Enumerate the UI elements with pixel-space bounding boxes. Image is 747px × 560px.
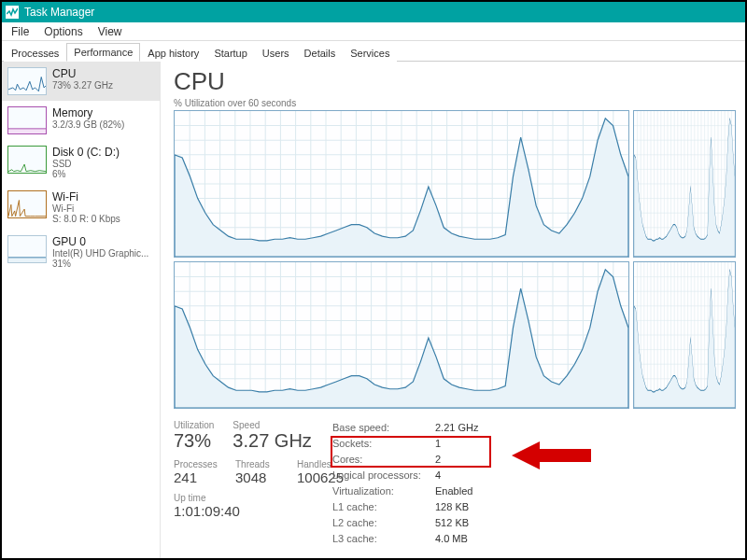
cpu-thumb-icon bbox=[7, 67, 47, 95]
l3-cache-label: L3 cache: bbox=[332, 531, 435, 547]
tab-users[interactable]: Users bbox=[255, 44, 297, 62]
base-speed-value: 2.21 GHz bbox=[435, 420, 478, 436]
sidebar-wifi-sub1: Wi-Fi bbox=[52, 203, 120, 214]
menu-view[interactable]: View bbox=[91, 23, 130, 40]
cores-value: 2 bbox=[435, 452, 441, 468]
utilization-value: 73% bbox=[174, 430, 214, 452]
menu-file[interactable]: File bbox=[4, 23, 36, 40]
speed-label: Speed bbox=[233, 420, 311, 430]
cpu-chart-2[interactable] bbox=[633, 110, 736, 258]
wifi-thumb-icon bbox=[7, 190, 47, 218]
sidebar-cpu-title: CPU bbox=[52, 67, 113, 80]
sidebar-memory-sub: 3.2/3.9 GB (82%) bbox=[52, 119, 124, 130]
uptime-value: 1:01:09:40 bbox=[174, 503, 332, 519]
uptime-label: Up time bbox=[174, 493, 332, 503]
l2-cache-value: 512 KB bbox=[435, 515, 469, 531]
main-area: CPU 73% 3.27 GHz Memory 3.2/3.9 GB (82%)… bbox=[2, 62, 745, 558]
tab-bar: Processes Performance App history Startu… bbox=[2, 41, 745, 62]
content-area: CPU % Utilization over 60 seconds Utiliz… bbox=[161, 62, 745, 558]
sidebar-wifi-title: Wi-Fi bbox=[52, 190, 120, 203]
sidebar-item-memory[interactable]: Memory 3.2/3.9 GB (82%) bbox=[2, 101, 160, 140]
cpu-chart-1[interactable] bbox=[174, 110, 629, 258]
sidebar-item-disk[interactable]: Disk 0 (C: D:) SSD 6% bbox=[2, 140, 160, 185]
logical-processors-label: Logical processors: bbox=[332, 468, 435, 483]
tab-processes[interactable]: Processes bbox=[4, 44, 66, 62]
sidebar-wifi-sub2: S: 8.0 R: 0 Kbps bbox=[52, 214, 120, 224]
utilization-label: Utilization bbox=[174, 420, 214, 430]
menu-bar: File Options View bbox=[2, 22, 745, 41]
svg-rect-0 bbox=[8, 129, 46, 134]
cpu-chart-3[interactable] bbox=[174, 261, 629, 409]
gpu-thumb-icon bbox=[7, 235, 47, 263]
app-icon bbox=[6, 6, 19, 19]
threads-value: 3048 bbox=[235, 469, 282, 485]
tab-startup[interactable]: Startup bbox=[206, 44, 254, 62]
cpu-stats: Utilization 73% Speed 3.27 GHz Processes… bbox=[174, 420, 736, 547]
sidebar-gpu-title: GPU 0 bbox=[52, 235, 148, 248]
virtualization-label: Virtualization: bbox=[332, 483, 435, 499]
sidebar-memory-title: Memory bbox=[52, 106, 124, 119]
cpu-charts bbox=[174, 110, 736, 409]
sidebar-item-gpu[interactable]: GPU 0 Intel(R) UHD Graphic... 31% bbox=[2, 230, 160, 274]
tab-performance[interactable]: Performance bbox=[66, 43, 140, 62]
sidebar-disk-sub2: 6% bbox=[52, 169, 120, 179]
sidebar: CPU 73% 3.27 GHz Memory 3.2/3.9 GB (82%)… bbox=[2, 62, 161, 558]
tab-services[interactable]: Services bbox=[343, 44, 397, 62]
window-title: Task Manager bbox=[24, 6, 94, 19]
sidebar-item-wifi[interactable]: Wi-Fi Wi-Fi S: 8.0 R: 0 Kbps bbox=[2, 185, 160, 230]
memory-thumb-icon bbox=[7, 106, 47, 134]
sidebar-disk-title: Disk 0 (C: D:) bbox=[52, 146, 120, 159]
processes-label: Processes bbox=[174, 459, 220, 469]
l1-cache-value: 128 KB bbox=[435, 499, 469, 515]
sidebar-gpu-sub1: Intel(R) UHD Graphic... bbox=[52, 248, 148, 259]
sidebar-disk-sub1: SSD bbox=[52, 159, 120, 169]
cpu-chart-4[interactable] bbox=[633, 261, 736, 409]
l1-cache-label: L1 cache: bbox=[332, 499, 435, 515]
base-speed-label: Base speed: bbox=[332, 420, 435, 436]
processes-value: 241 bbox=[174, 469, 220, 485]
title-bar: Task Manager bbox=[2, 2, 745, 22]
virtualization-value: Enabled bbox=[435, 483, 472, 499]
svg-rect-2 bbox=[8, 258, 46, 263]
sockets-value: 1 bbox=[435, 436, 441, 452]
chart-caption: % Utilization over 60 seconds bbox=[174, 98, 736, 108]
threads-label: Threads bbox=[235, 459, 282, 469]
tab-details[interactable]: Details bbox=[297, 44, 344, 62]
sidebar-cpu-sub: 73% 3.27 GHz bbox=[52, 80, 113, 91]
sidebar-item-cpu[interactable]: CPU 73% 3.27 GHz bbox=[2, 62, 160, 101]
disk-thumb-icon bbox=[7, 146, 47, 174]
l3-cache-value: 4.0 MB bbox=[435, 531, 468, 547]
logical-processors-value: 4 bbox=[435, 468, 441, 483]
page-title: CPU bbox=[174, 67, 736, 96]
menu-options[interactable]: Options bbox=[36, 23, 90, 40]
l2-cache-label: L2 cache: bbox=[332, 515, 435, 531]
tab-apphistory[interactable]: App history bbox=[140, 44, 206, 62]
speed-value: 3.27 GHz bbox=[233, 430, 311, 452]
cores-label: Cores: bbox=[332, 452, 435, 468]
sidebar-gpu-sub2: 31% bbox=[52, 259, 148, 269]
sockets-label: Sockets: bbox=[332, 436, 435, 452]
